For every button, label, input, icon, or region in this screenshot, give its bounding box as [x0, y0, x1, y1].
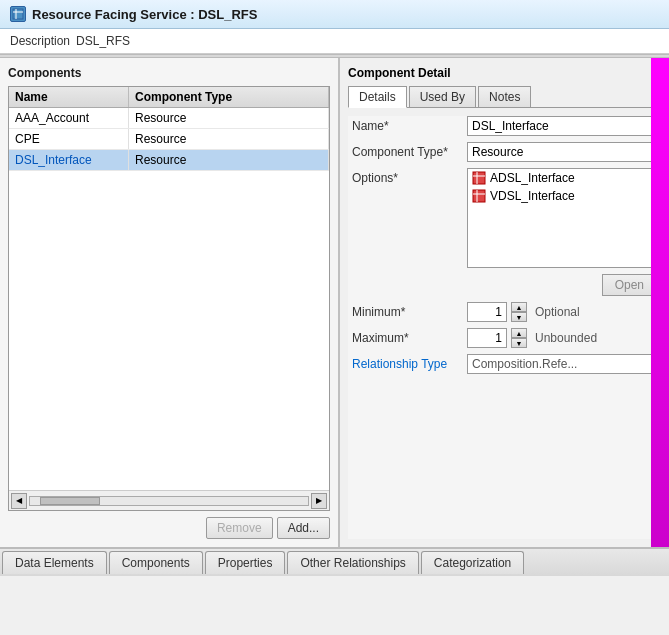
maximum-row: Maximum* ▲ ▼ Unbounded	[348, 328, 661, 348]
maximum-spin-down[interactable]: ▼	[511, 338, 527, 348]
pink-bar	[651, 58, 669, 547]
maximum-input[interactable]	[467, 328, 507, 348]
minimum-row: Minimum* ▲ ▼ Optional	[348, 302, 661, 322]
optional-label: Optional	[535, 305, 580, 319]
scroll-left-btn[interactable]: ◀	[11, 493, 27, 509]
name-row: Name*	[348, 116, 661, 136]
form-content: Name* Component Type* Options*	[348, 116, 661, 539]
tab-details[interactable]: Details	[348, 86, 407, 108]
minimum-spin-down[interactable]: ▼	[511, 312, 527, 322]
components-title: Components	[8, 66, 330, 80]
unbound-label: Unbounded	[535, 331, 597, 345]
left-panel-buttons: Remove Add...	[8, 511, 330, 539]
table-row-selected[interactable]: DSL_Interface Resource	[9, 150, 329, 171]
desc-value: DSL_RFS	[76, 34, 130, 48]
option-item[interactable]: VDSL_Interface	[468, 187, 656, 205]
desc-label: Description	[10, 34, 70, 48]
cell-type-0: Resource	[129, 108, 329, 128]
cell-name-1: CPE	[9, 129, 129, 149]
minimum-spinner: ▲ ▼ Optional	[467, 302, 580, 322]
description-bar: Description DSL_RFS	[0, 29, 669, 54]
minimum-spinner-btns: ▲ ▼	[511, 302, 527, 322]
component-type-label: Component Type*	[352, 142, 467, 159]
tab-properties[interactable]: Properties	[205, 551, 286, 574]
component-detail-panel: Component Detail Details Used By Notes N…	[340, 58, 669, 547]
tab-categorization[interactable]: Categorization	[421, 551, 524, 574]
col-type-header: Component Type	[129, 87, 329, 107]
maximum-label: Maximum*	[352, 328, 467, 345]
maximum-spinner: ▲ ▼ Unbounded	[467, 328, 597, 348]
cell-type-1: Resource	[129, 129, 329, 149]
minimum-input[interactable]	[467, 302, 507, 322]
svg-rect-0	[13, 9, 23, 19]
bottom-tabs: Data Elements Components Properties Othe…	[0, 548, 669, 576]
option-item[interactable]: ADSL_Interface	[468, 169, 656, 187]
open-btn-row: Open	[348, 274, 661, 296]
relationship-type-value: Composition.Refe...	[467, 354, 657, 374]
tab-components[interactable]: Components	[109, 551, 203, 574]
open-button[interactable]: Open	[602, 274, 657, 296]
cell-type-2: Resource	[129, 150, 329, 170]
scroll-thumb	[40, 497, 100, 505]
maximum-spinner-btns: ▲ ▼	[511, 328, 527, 348]
detail-title: Component Detail	[348, 66, 661, 80]
option-label: ADSL_Interface	[490, 171, 575, 185]
table-row[interactable]: CPE Resource	[9, 129, 329, 150]
options-label: Options*	[352, 168, 467, 185]
component-type-input[interactable]	[467, 142, 657, 162]
title-bar: Resource Facing Service : DSL_RFS	[0, 0, 669, 29]
col-name-header: Name	[9, 87, 129, 107]
name-input[interactable]	[467, 116, 657, 136]
minimum-spin-up[interactable]: ▲	[511, 302, 527, 312]
tab-notes[interactable]: Notes	[478, 86, 531, 107]
table-header: Name Component Type	[9, 87, 329, 108]
options-row: Options* ADSL_Interface	[348, 168, 661, 268]
cell-name-2: DSL_Interface	[9, 150, 129, 170]
components-table: Name Component Type AAA_Account Resource…	[8, 86, 330, 511]
components-panel: Components Name Component Type AAA_Accou…	[0, 58, 340, 547]
resource-icon	[472, 189, 486, 203]
remove-button[interactable]: Remove	[206, 517, 273, 539]
relationship-type-label[interactable]: Relationship Type	[352, 354, 467, 371]
tab-used-by[interactable]: Used By	[409, 86, 476, 107]
tabs-container: Details Used By Notes	[348, 86, 661, 108]
add-button[interactable]: Add...	[277, 517, 330, 539]
tab-data-elements[interactable]: Data Elements	[2, 551, 107, 574]
cell-name-0: AAA_Account	[9, 108, 129, 128]
options-list: ADSL_Interface VDSL_Interface	[467, 168, 657, 268]
component-type-row: Component Type*	[348, 142, 661, 162]
page-title: Resource Facing Service : DSL_RFS	[32, 7, 257, 22]
scroll-track[interactable]	[29, 496, 309, 506]
table-row[interactable]: AAA_Account Resource	[9, 108, 329, 129]
relationship-type-row: Relationship Type Composition.Refe...	[348, 354, 661, 374]
svg-rect-6	[473, 190, 485, 202]
minimum-label: Minimum*	[352, 302, 467, 319]
title-icon	[10, 6, 26, 22]
resource-icon	[472, 171, 486, 185]
table-body: AAA_Account Resource CPE Resource DSL_In…	[9, 108, 329, 490]
name-label: Name*	[352, 116, 467, 133]
tab-other-relationships[interactable]: Other Relationships	[287, 551, 418, 574]
main-content: Components Name Component Type AAA_Accou…	[0, 58, 669, 548]
scrollbar[interactable]: ◀ ▶	[9, 490, 329, 510]
svg-rect-3	[473, 172, 485, 184]
scroll-right-btn[interactable]: ▶	[311, 493, 327, 509]
maximum-spin-up[interactable]: ▲	[511, 328, 527, 338]
option-label: VDSL_Interface	[490, 189, 575, 203]
